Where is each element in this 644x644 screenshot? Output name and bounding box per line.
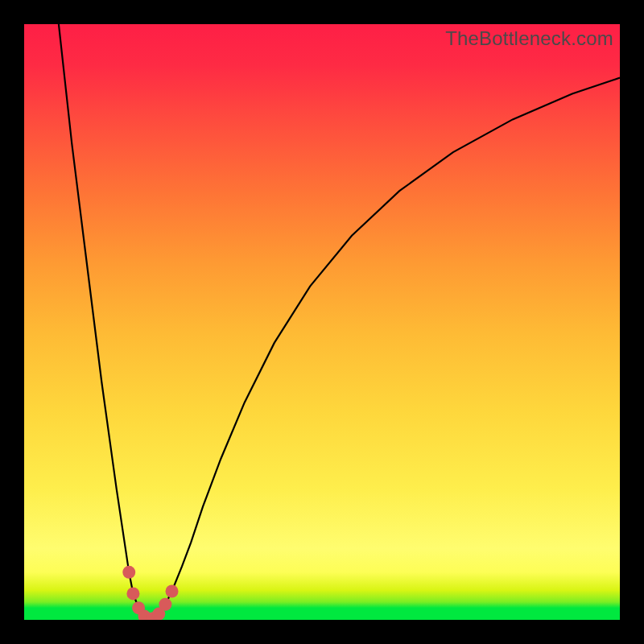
curve-marker bbox=[126, 587, 139, 600]
curve-marker bbox=[122, 566, 135, 579]
chart-frame: TheBottleneck.com bbox=[0, 0, 644, 644]
curve-marker bbox=[166, 584, 179, 597]
plot-area: TheBottleneck.com bbox=[24, 24, 620, 620]
curve-marker bbox=[159, 598, 171, 611]
bottleneck-curve bbox=[59, 24, 620, 619]
curve-markers bbox=[122, 566, 178, 620]
curve-layer bbox=[24, 24, 620, 620]
